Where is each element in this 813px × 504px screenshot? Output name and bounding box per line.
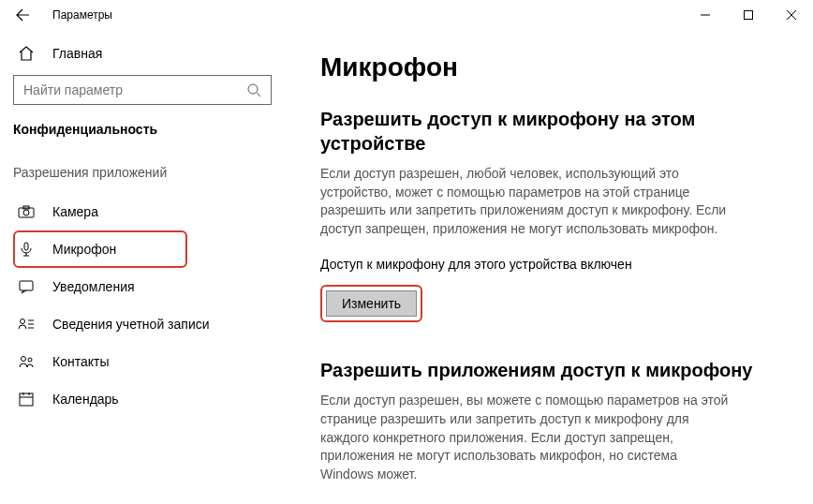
sidebar-item-label: Контакты xyxy=(52,354,109,369)
sidebar-item-label: Уведомления xyxy=(52,279,135,294)
change-button[interactable]: Изменить xyxy=(326,290,417,317)
search-field[interactable] xyxy=(23,82,246,97)
sidebar-item-calendar[interactable]: Календарь xyxy=(13,380,178,418)
content-area: Микрофон Разрешить доступ к микрофону на… xyxy=(281,30,813,504)
close-button[interactable] xyxy=(770,0,813,30)
section-heading: Конфиденциальность xyxy=(13,122,281,165)
maximize-button[interactable] xyxy=(727,0,770,30)
svg-rect-5 xyxy=(24,243,28,250)
svg-rect-6 xyxy=(20,281,33,290)
maximize-icon xyxy=(744,10,753,20)
sidebar-item-account-info[interactable]: Сведения учетной записи xyxy=(13,305,219,343)
svg-rect-0 xyxy=(745,11,753,20)
minimize-icon xyxy=(701,10,710,20)
sidebar-item-label: Камера xyxy=(52,204,98,219)
access-status: Доступ к микрофону для этого устройства … xyxy=(320,257,776,272)
calendar-icon xyxy=(17,391,36,408)
home-icon xyxy=(17,45,36,62)
sidebar-item-label: Календарь xyxy=(52,392,119,407)
sidebar-item-contacts[interactable]: Контакты xyxy=(13,343,178,380)
svg-point-1 xyxy=(248,84,258,94)
section-title: Разрешить приложениям доступ к микрофону xyxy=(320,358,776,382)
svg-point-3 xyxy=(23,210,29,215)
back-button[interactable] xyxy=(7,0,37,30)
back-arrow-icon xyxy=(15,7,30,22)
sidebar-item-label: Микрофон xyxy=(52,242,116,257)
account-icon xyxy=(17,316,36,333)
page-title: Микрофон xyxy=(320,52,776,82)
home-label: Главная xyxy=(52,46,102,61)
change-button-highlight: Изменить xyxy=(320,285,422,322)
microphone-icon xyxy=(17,241,36,258)
camera-icon xyxy=(17,203,36,220)
sidebar-item-home[interactable]: Главная xyxy=(13,39,281,75)
section-title: Разрешить доступ к микрофону на этом уст… xyxy=(320,107,776,156)
search-icon xyxy=(246,82,261,97)
sidebar-item-notifications[interactable]: Уведомления xyxy=(13,268,178,305)
sidebar: Главная Конфиденциальность Разрешения пр… xyxy=(0,30,281,504)
close-icon xyxy=(787,10,796,20)
search-input[interactable] xyxy=(13,75,272,105)
svg-point-9 xyxy=(28,358,32,362)
section-description: Если доступ разрешен, вы можете с помощь… xyxy=(320,392,732,483)
contacts-icon xyxy=(17,353,36,370)
window-title: Параметры xyxy=(52,8,112,22)
section-description: Если доступ разрешен, любой человек, исп… xyxy=(320,165,732,238)
svg-point-8 xyxy=(22,357,26,362)
sidebar-item-label: Сведения учетной записи xyxy=(52,317,210,332)
sidebar-item-camera[interactable]: Камера xyxy=(13,193,178,230)
notifications-icon xyxy=(17,278,36,295)
minimize-button[interactable] xyxy=(684,0,727,30)
svg-rect-10 xyxy=(20,393,33,406)
svg-point-7 xyxy=(21,319,25,324)
group-heading: Разрешения приложений xyxy=(13,165,281,193)
sidebar-item-microphone[interactable]: Микрофон xyxy=(13,230,187,268)
